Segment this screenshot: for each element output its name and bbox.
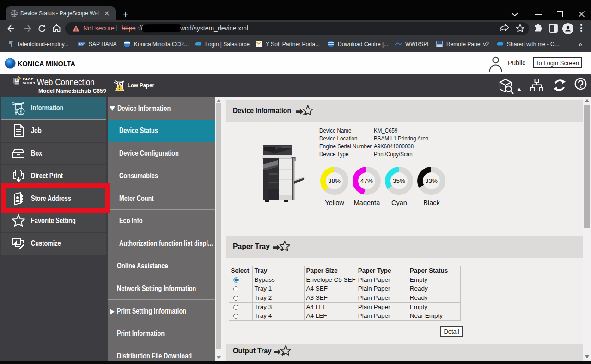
svg-text:SAP: SAP: [79, 42, 85, 45]
